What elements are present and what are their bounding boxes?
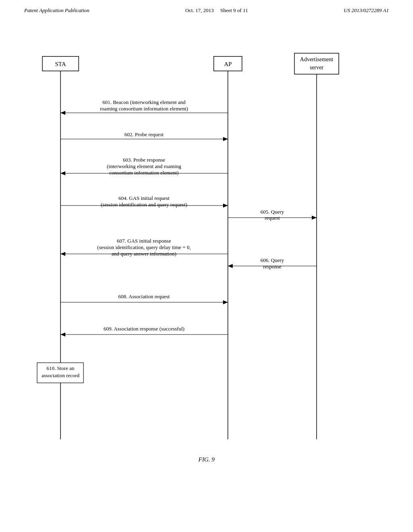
svg-marker-17	[60, 252, 65, 256]
msg-606-line1: 606. Query	[261, 257, 284, 263]
svg-marker-7	[60, 111, 65, 115]
figure-label: FIG. 9	[198, 456, 215, 463]
msg-607-line1: 607. GAS initial response	[117, 238, 171, 244]
sequence-diagram: STA AP Advertisement server 601. Beacon …	[20, 44, 393, 472]
header-date: Oct. 17, 2013	[185, 7, 214, 13]
adserver-label-line2: server	[310, 64, 324, 71]
page-header: Patent Application Publication Oct. 17, …	[0, 0, 413, 14]
msg-601-line2: roaming consortium information element)	[100, 106, 188, 112]
msg-603-line3: consortium information element)	[109, 170, 179, 176]
header-date-sheet: Oct. 17, 2013 Sheet 9 of 11	[185, 7, 248, 14]
svg-marker-11	[60, 171, 65, 175]
msg-603-line2: (interworking element and roaming	[107, 163, 181, 169]
page: Patent Application Publication Oct. 17, …	[0, 0, 413, 532]
msg-608: 608. Association request	[118, 293, 170, 299]
svg-marker-21	[223, 300, 228, 304]
header-patent-number: US 2013/0272289 A1	[344, 7, 389, 14]
msg-607-line3: and query answer information)	[112, 251, 177, 257]
svg-marker-9	[223, 137, 228, 141]
msg-605-line2: request	[265, 215, 280, 221]
svg-marker-19	[228, 264, 233, 268]
header-publication-type: Patent Application Publication	[24, 7, 90, 14]
msg-606-line2: response	[263, 264, 282, 270]
sta-label: STA	[55, 61, 66, 67]
msg-607-line2: (session identification, query delay tim…	[97, 244, 191, 250]
header-sheet: Sheet 9 of 11	[220, 7, 248, 13]
msg-602: 602. Probe request	[124, 131, 164, 137]
msg-610-line2: association record	[42, 372, 80, 378]
msg-601-line1: 601. Beacon (interworking element and	[102, 99, 186, 105]
msg-604-line2: (session identification and query reques…	[101, 202, 187, 208]
msg-610-line1: 610. Store an	[47, 365, 75, 371]
msg-609: 609. Association response (successful)	[104, 326, 185, 332]
ap-label: AP	[224, 61, 232, 67]
msg-603-line1: 603. Probe response	[123, 157, 165, 163]
msg-604-line1: 604. GAS initial request	[119, 195, 170, 201]
msg-605-line1: 605. Query	[261, 209, 284, 215]
svg-marker-13	[223, 204, 228, 208]
svg-marker-15	[312, 216, 317, 220]
adserver-label-line1: Advertisement	[300, 56, 334, 62]
svg-marker-23	[60, 332, 65, 337]
